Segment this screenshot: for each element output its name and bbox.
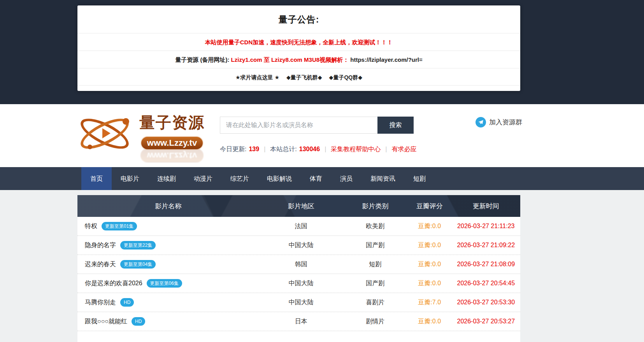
stats-separator: | xyxy=(325,146,326,152)
search-input[interactable] xyxy=(220,117,377,134)
table-row[interactable]: 隐身的名字 更新至第22集 中国大陆 国产剧 豆瓣:0.0 2026-03-27… xyxy=(77,236,520,255)
movie-name-cell: 迟来的春天 更新至第04集 xyxy=(77,260,259,269)
update-status-badge: 更新至第04集 xyxy=(120,260,156,269)
search-button[interactable]: 搜索 xyxy=(377,117,414,134)
movie-title-link[interactable]: 你是迟来的欢喜2026 xyxy=(85,279,142,288)
site-header: 量子资源 www.Lzzy.tv www.Lzzy.tv 搜索 今日更新:139… xyxy=(0,104,644,167)
movie-title-link[interactable]: 马腾你别走 xyxy=(85,298,116,307)
movie-title-link[interactable]: 隐身的名字 xyxy=(85,241,116,250)
movie-rating: 豆瓣:0.0 xyxy=(407,241,452,250)
search-bar: 搜索 xyxy=(220,117,414,134)
movie-category: 国产剧 xyxy=(343,241,407,250)
table-row[interactable]: 马腾你别走 HD 中国大陆 喜剧片 豆瓣:7.0 2026-03-27 20:5… xyxy=(77,293,520,312)
play-icon xyxy=(102,128,111,138)
movie-rating: 豆瓣:0.0 xyxy=(407,279,452,288)
nav-item-label: 电影解说 xyxy=(267,175,292,182)
telegram-group-link[interactable]: ◆量子飞机群◆ xyxy=(286,74,322,80)
movie-region: 日本 xyxy=(259,318,343,326)
announcement-cdn-line: 本站使用量子CDN加速，速度快到无法想象，全新上线，欢迎测试！！！ xyxy=(77,33,520,51)
movie-rating: 豆瓣:7.0 xyxy=(407,298,452,307)
latest-updates-table: 影片名称 影片地区 影片类别 豆瓣评分 更新时间 特权 更新至第01集 法国 欧… xyxy=(77,195,520,342)
movie-name-cell: 跟我○○○就能红 HD xyxy=(77,317,259,326)
nav-item[interactable]: 动漫片 xyxy=(185,167,221,190)
nav-item[interactable]: 短剧 xyxy=(404,167,435,190)
movie-update-time: 2026-03-27 20:53:30 xyxy=(452,299,520,306)
column-header-category: 影片类别 xyxy=(343,202,407,211)
today-updated-value: 139 xyxy=(249,146,259,152)
logo-domain: www.Lzzy.tv xyxy=(140,136,204,150)
table-row[interactable]: 跟我○○○就能红 HD 日本 剧情片 豆瓣:0.0 2026-03-27 20:… xyxy=(77,312,520,331)
request-film-link[interactable]: ★求片请点这里 ★ xyxy=(235,74,279,80)
column-header-name: 影片名称 xyxy=(77,202,259,211)
table-header: 影片名称 影片地区 影片类别 豆瓣评分 更新时间 xyxy=(77,195,520,217)
logo-domain-reflection: www.Lzzy.tv xyxy=(140,148,204,162)
movie-category: 短剧 xyxy=(343,260,407,269)
movie-name-cell: 你是迟来的欢喜2026 更新至第06集 xyxy=(77,279,259,288)
movie-title-link[interactable]: 迟来的春天 xyxy=(85,260,116,269)
announcement-backup-line: 量子资源 (备用网址): Lzizy1.com 至 Lzizy8.com M3U… xyxy=(77,51,520,68)
nav-item[interactable]: 电影片 xyxy=(112,167,148,190)
nav-item-label: 首页 xyxy=(90,175,103,182)
column-header-rating: 豆瓣评分 xyxy=(407,202,452,211)
column-header-region: 影片地区 xyxy=(259,202,343,211)
nav-item[interactable]: 新闻资讯 xyxy=(361,167,404,190)
table-body: 特权 更新至第01集 法国 欧美剧 豆瓣:0.0 2026-03-27 21:1… xyxy=(77,217,520,331)
table-row[interactable]: 迟来的春天 更新至第04集 韩国 短剧 豆瓣:0.0 2026-03-27 21… xyxy=(77,255,520,274)
update-status-badge: 更新至第01集 xyxy=(102,222,137,230)
atom-play-icon xyxy=(77,112,136,155)
backup-domains-link[interactable]: Lzizy1.com 至 Lzizy8.com M3U8视频解析： xyxy=(231,56,349,63)
movie-name-cell: 隐身的名字 更新至第22集 xyxy=(77,241,259,250)
movie-category: 喜剧片 xyxy=(343,298,407,307)
today-updated-label: 今日更新: xyxy=(220,146,246,152)
nav-item-label: 体育 xyxy=(310,175,322,182)
nav-item-label: 短剧 xyxy=(413,175,426,182)
nav-item-label: 动漫片 xyxy=(194,175,212,182)
announcement-title: 量子公告: xyxy=(77,5,520,33)
main-content: 影片名称 影片地区 影片类别 豆瓣评分 更新时间 特权 更新至第01集 法国 欧… xyxy=(0,190,644,342)
announcement-section: 量子公告: 本站使用量子CDN加速，速度快到无法想象，全新上线，欢迎测试！！！ … xyxy=(0,0,644,104)
stats-separator: | xyxy=(264,146,265,152)
join-resource-group-link[interactable]: 加入资源群 xyxy=(476,117,522,127)
request-anything-link[interactable]: 有求必应 xyxy=(391,146,416,152)
main-nav-list: 首页电影片连续剧动漫片综艺片电影解说体育演员新闻资讯短剧 xyxy=(77,167,520,190)
nav-item-label: 连续剧 xyxy=(157,175,176,182)
table-row[interactable]: 你是迟来的欢喜2026 更新至第06集 中国大陆 国产剧 豆瓣:0.0 2026… xyxy=(77,274,520,293)
column-header-time: 更新时间 xyxy=(452,202,520,211)
movie-update-time: 2026-03-27 21:09:22 xyxy=(452,242,520,249)
announcement-groups-line: ★求片请点这里 ★◆量子飞机群◆◆量子QQ群◆ xyxy=(77,68,520,86)
nav-item[interactable]: 演员 xyxy=(331,167,361,190)
nav-item[interactable]: 综艺片 xyxy=(221,167,258,190)
qq-group-link[interactable]: ◆量子QQ群◆ xyxy=(329,74,362,80)
backup-url-label: 量子资源 (备用网址): xyxy=(175,56,231,63)
movie-update-time: 2026-03-27 21:11:23 xyxy=(452,223,520,230)
table-row[interactable]: 特权 更新至第01集 法国 欧美剧 豆瓣:0.0 2026-03-27 21:1… xyxy=(77,217,520,236)
site-total-value: 130046 xyxy=(299,146,320,152)
movie-region: 中国大陆 xyxy=(259,298,343,307)
join-group-label: 加入资源群 xyxy=(489,118,522,127)
movie-category: 剧情片 xyxy=(343,318,407,326)
nav-item[interactable]: 连续剧 xyxy=(148,167,185,190)
movie-name-cell: 特权 更新至第01集 xyxy=(77,222,259,230)
nav-item[interactable]: 电影解说 xyxy=(258,167,301,190)
nav-item[interactable]: 首页 xyxy=(81,167,112,190)
update-status-badge: HD xyxy=(120,298,134,307)
movie-title-link[interactable]: 跟我○○○就能红 xyxy=(85,318,127,326)
movie-region: 中国大陆 xyxy=(259,241,343,250)
player-url-text: https://lziplayer.com/?url= xyxy=(349,56,423,63)
movie-update-time: 2026-03-27 21:08:09 xyxy=(452,261,520,268)
movie-region: 韩国 xyxy=(259,260,343,269)
announcement-box: 量子公告: 本站使用量子CDN加速，速度快到无法想象，全新上线，欢迎测试！！！ … xyxy=(77,5,520,91)
nav-item-label: 综艺片 xyxy=(230,175,249,182)
nav-item-label: 演员 xyxy=(340,175,353,182)
site-stats: 今日更新:139|本站总计:130046|采集教程帮助中心|有求必应 xyxy=(220,145,416,154)
site-logo[interactable]: 量子资源 www.Lzzy.tv www.Lzzy.tv xyxy=(77,110,206,164)
update-status-badge: 更新至第22集 xyxy=(120,241,156,250)
collect-help-link[interactable]: 采集教程帮助中心 xyxy=(331,146,381,152)
update-status-badge: 更新至第06集 xyxy=(147,279,182,288)
nav-item-label: 新闻资讯 xyxy=(370,175,395,182)
movie-category: 欧美剧 xyxy=(343,222,407,230)
nav-item[interactable]: 体育 xyxy=(301,167,331,190)
movie-rating: 豆瓣:0.0 xyxy=(407,318,452,326)
telegram-icon xyxy=(476,117,486,127)
movie-title-link[interactable]: 特权 xyxy=(85,222,97,230)
